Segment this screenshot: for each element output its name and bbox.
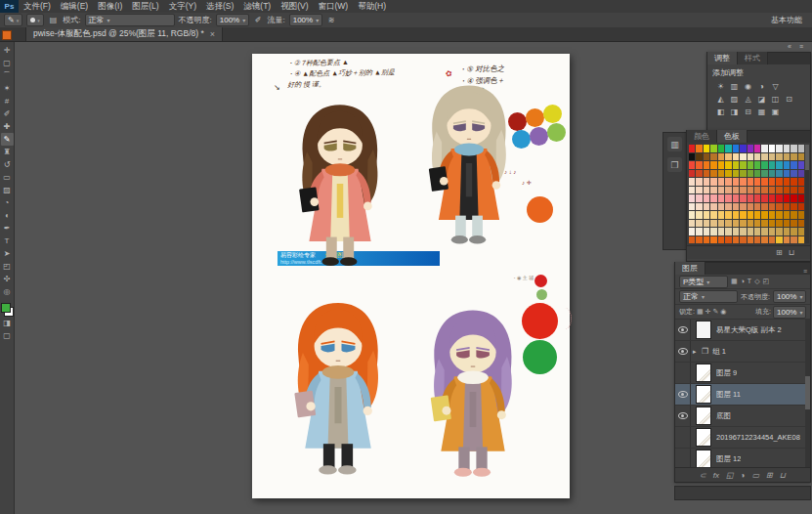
adjustment-icon[interactable]: ◉ [743, 81, 753, 92]
swatch[interactable] [718, 220, 724, 228]
layer-visibility-toggle[interactable] [675, 427, 691, 448]
swatch[interactable] [761, 194, 767, 202]
menu-item-2[interactable]: 图像(I) [93, 0, 127, 13]
document-tab[interactable]: pwise-体服配色.psd @ 25%(图层 11, RGB/8) * × [25, 27, 223, 41]
swatch[interactable] [725, 236, 731, 244]
layer-fill-select[interactable]: 100% [773, 306, 806, 319]
hand-tool[interactable]: ✣ [1, 273, 14, 285]
lasso-tool[interactable]: ⌒ [1, 69, 14, 82]
tab-swatches-1[interactable]: 色板 [717, 130, 748, 143]
shape-tool[interactable]: ◰ [1, 260, 14, 273]
swatch[interactable] [718, 161, 724, 169]
path-select-tool[interactable]: ➤ [1, 247, 14, 260]
swatch[interactable] [754, 187, 760, 194]
swatch[interactable] [791, 228, 796, 236]
layer-row[interactable]: 底图 [675, 406, 810, 427]
swatch[interactable] [784, 220, 790, 228]
swatch[interactable] [776, 161, 782, 169]
layer-visibility-toggle[interactable] [675, 320, 691, 340]
swatch[interactable] [791, 153, 796, 161]
swatch[interactable] [761, 145, 767, 152]
swatches-scrollbar[interactable] [805, 145, 809, 243]
swatch[interactable] [704, 153, 709, 161]
pen-tool[interactable]: ✒ [1, 222, 14, 235]
swatch[interactable] [761, 153, 767, 161]
quick-mask-button[interactable]: ◨ [1, 317, 14, 329]
tab-swatches-0[interactable]: 颜色 [687, 130, 717, 143]
tab-layers[interactable]: 图层 [675, 262, 705, 275]
swatch[interactable] [689, 153, 695, 161]
swatch[interactable] [769, 220, 775, 228]
swatch[interactable] [769, 170, 775, 178]
delete-swatch-icon[interactable]: ⊔ [789, 248, 794, 257]
layer-visibility-toggle[interactable] [675, 384, 691, 405]
swatch[interactable] [733, 145, 739, 152]
blend-mode-select[interactable]: 正常 [85, 14, 175, 26]
swatch[interactable] [704, 203, 709, 211]
swatch[interactable] [740, 203, 746, 211]
swatch[interactable] [798, 170, 804, 178]
swatch[interactable] [748, 194, 753, 202]
healing-brush-tool[interactable]: ✚ [1, 120, 14, 133]
swatch[interactable] [704, 211, 709, 219]
swatch[interactable] [696, 220, 702, 228]
gradient-tool[interactable]: ▨ [1, 184, 14, 196]
tab-adjustments-1[interactable]: 样式 [738, 52, 768, 64]
swatch[interactable] [718, 153, 724, 161]
adjustment-icon[interactable]: ☀ [715, 81, 726, 92]
adjustment-icon[interactable]: ⊟ [743, 107, 753, 117]
swatch[interactable] [754, 170, 760, 178]
zoom-tool[interactable]: ◎ [1, 285, 14, 298]
swatch[interactable] [791, 236, 796, 244]
swatch[interactable] [696, 236, 702, 244]
swatch[interactable] [798, 203, 804, 211]
swatch[interactable] [710, 170, 716, 178]
swatch[interactable] [696, 187, 702, 194]
swatch[interactable] [733, 153, 739, 161]
swatch[interactable] [689, 145, 695, 152]
swatch[interactable] [798, 161, 804, 169]
swatch[interactable] [754, 178, 760, 186]
filter-icon[interactable]: ◑ [741, 278, 745, 285]
swatch[interactable] [754, 228, 760, 236]
swatch[interactable] [761, 236, 767, 244]
swatch[interactable] [740, 170, 746, 178]
swatch[interactable] [704, 220, 709, 228]
swatch[interactable] [710, 178, 716, 186]
swatch[interactable] [725, 178, 731, 186]
swatch[interactable] [718, 187, 724, 194]
swatch[interactable] [710, 145, 716, 152]
swatch[interactable] [748, 236, 753, 244]
swatch[interactable] [798, 178, 804, 186]
swatch[interactable] [784, 161, 790, 169]
swatch[interactable] [798, 153, 804, 161]
swatch[interactable] [725, 161, 731, 169]
swatch[interactable] [733, 236, 739, 244]
swatch[interactable] [689, 228, 695, 236]
layer-mask-icon[interactable]: ◱ [726, 471, 734, 480]
swatch[interactable] [740, 187, 746, 194]
pressure-opacity-icon[interactable]: ✐ [253, 16, 264, 24]
brush-preset-picker[interactable]: ▾ [26, 14, 44, 26]
swatch[interactable] [798, 228, 804, 236]
swatch[interactable] [754, 203, 760, 211]
swatch[interactable] [798, 187, 804, 194]
swatch[interactable] [769, 187, 775, 194]
swatch[interactable] [710, 161, 716, 169]
swatch[interactable] [791, 178, 796, 186]
swatch[interactable] [733, 170, 739, 178]
swatch[interactable] [718, 228, 724, 236]
swatch[interactable] [689, 203, 695, 211]
opacity-select[interactable]: 100% [216, 14, 249, 26]
swatch[interactable] [710, 211, 716, 219]
swatch[interactable] [733, 203, 739, 211]
swatch[interactable] [725, 170, 731, 178]
expand-triangle-icon[interactable]: ▸ [693, 348, 701, 356]
swatch[interactable] [784, 203, 790, 211]
swatch[interactable] [718, 178, 724, 186]
swatch[interactable] [748, 170, 753, 178]
history-brush-tool[interactable]: ↺ [1, 158, 14, 171]
swatch[interactable] [696, 194, 702, 202]
swatch[interactable] [776, 145, 782, 152]
layer-blend-mode-select[interactable]: 正常 [679, 290, 738, 303]
